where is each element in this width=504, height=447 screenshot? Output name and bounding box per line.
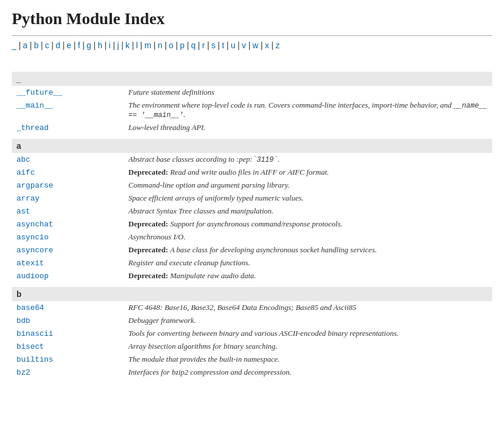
- module-index-table: _ __future__ Future statement definition…: [12, 67, 492, 379]
- module-desc-cell: Space efficient arrays of uniformly type…: [124, 192, 492, 205]
- module-link-asyncore[interactable]: asyncore: [16, 246, 53, 255]
- table-row: audioop Deprecated: Manipulate raw audio…: [12, 269, 492, 282]
- module-desc-cell: Debugger framework.: [124, 314, 492, 327]
- table-row: bdb Debugger framework.: [12, 314, 492, 327]
- module-name-cell: base64: [12, 301, 124, 314]
- table-row: asynchat Deprecated: Support for asynchr…: [12, 218, 492, 231]
- nav-link-v[interactable]: v: [242, 41, 246, 50]
- module-name-cell: __main__: [12, 99, 124, 121]
- table-row: bisect Array bisection algorithms for bi…: [12, 340, 492, 353]
- nav-link-w[interactable]: w: [253, 41, 258, 50]
- section-header-a: a: [12, 139, 492, 153]
- module-link-builtins[interactable]: builtins: [16, 355, 53, 364]
- module-name-cell: builtins: [12, 353, 124, 366]
- module-desc-cell: RFC 4648: Base16, Base32, Base64 Data En…: [124, 301, 492, 314]
- nav-link-o[interactable]: o: [169, 41, 174, 50]
- module-name-cell: asyncio: [12, 231, 124, 243]
- module-name-cell: asyncore: [12, 243, 124, 256]
- nav-link-h[interactable]: h: [98, 41, 102, 50]
- nav-link-underscore[interactable]: _: [12, 41, 16, 50]
- nav-link-z[interactable]: z: [276, 41, 280, 50]
- module-name-cell: audioop: [12, 269, 124, 282]
- module-name-cell: aifc: [12, 166, 124, 179]
- module-link-argparse[interactable]: argparse: [16, 181, 53, 190]
- module-name-cell: bisect: [12, 340, 124, 353]
- module-desc-cell: The environment where top-level code is …: [124, 99, 492, 121]
- nav-link-e[interactable]: e: [67, 41, 71, 50]
- module-name-cell: ast: [12, 205, 124, 218]
- module-link-atexit[interactable]: atexit: [16, 259, 44, 268]
- table-row: __main__ The environment where top-level…: [12, 99, 492, 121]
- nav-link-g[interactable]: g: [87, 41, 91, 50]
- section-header-b: b: [12, 287, 492, 301]
- module-name-cell: bdb: [12, 314, 124, 327]
- nav-link-s[interactable]: s: [211, 41, 215, 50]
- table-row: atexit Register and execute cleanup func…: [12, 256, 492, 269]
- module-link-asyncio[interactable]: asyncio: [16, 233, 49, 242]
- module-link-base64[interactable]: base64: [16, 303, 44, 312]
- module-name-cell: binascii: [12, 327, 124, 340]
- table-row: binascii Tools for converting between bi…: [12, 327, 492, 340]
- section-label-underscore: _: [12, 72, 492, 86]
- module-desc-cell: Abstract Syntax Tree classes and manipul…: [124, 205, 492, 218]
- module-link-ast[interactable]: ast: [16, 207, 30, 216]
- module-name-cell: array: [12, 192, 124, 205]
- module-link-array[interactable]: array: [16, 194, 39, 203]
- module-link-audioop[interactable]: audioop: [16, 272, 49, 281]
- alphabet-navigation: _ | a | b | c | d | e | f | g | h | i | …: [12, 35, 492, 55]
- nav-link-n[interactable]: n: [158, 41, 163, 50]
- module-link-binascii[interactable]: binascii: [16, 329, 53, 338]
- module-link-asynchat[interactable]: asynchat: [16, 220, 53, 229]
- module-link-aifc[interactable]: aifc: [16, 168, 35, 177]
- module-desc-cell: Deprecated: A base class for developing …: [124, 243, 492, 256]
- module-link-bdb[interactable]: bdb: [16, 316, 30, 325]
- module-name-cell: __future__: [12, 86, 124, 99]
- module-desc-cell: Command-line option and argument parsing…: [124, 179, 492, 192]
- module-name-cell: argparse: [12, 179, 124, 192]
- module-desc-cell: The module that provides the built-in na…: [124, 353, 492, 366]
- module-desc-cell: Deprecated: Read and write audio files i…: [124, 166, 492, 179]
- module-desc-cell: Deprecated: Support for asynchronous com…: [124, 218, 492, 231]
- module-desc-cell: Asynchronous I/O.: [124, 231, 492, 243]
- nav-link-k[interactable]: k: [125, 41, 130, 50]
- module-link-bz2[interactable]: bz2: [16, 368, 30, 377]
- table-row: _thread Low-level threading API.: [12, 121, 492, 134]
- module-desc-cell: Deprecated: Manipulate raw audio data.: [124, 269, 492, 282]
- module-link-thread[interactable]: _thread: [16, 124, 49, 132]
- module-desc-cell: Low-level threading API.: [124, 121, 492, 134]
- table-row: base64 RFC 4648: Base16, Base32, Base64 …: [12, 301, 492, 314]
- table-row: __future__ Future statement definitions: [12, 86, 492, 99]
- module-link-bisect[interactable]: bisect: [16, 342, 44, 351]
- table-row: aifc Deprecated: Read and write audio fi…: [12, 166, 492, 179]
- table-row: asyncio Asynchronous I/O.: [12, 231, 492, 243]
- module-name-cell: abc: [12, 153, 124, 166]
- module-desc-cell: Register and execute cleanup functions.: [124, 256, 492, 269]
- module-name-cell: asynchat: [12, 218, 124, 231]
- section-label-a: a: [12, 139, 492, 153]
- nav-link-x[interactable]: x: [265, 41, 269, 50]
- nav-link-a[interactable]: a: [23, 41, 28, 50]
- table-row: argparse Command-line option and argumen…: [12, 179, 492, 192]
- table-row: ast Abstract Syntax Tree classes and man…: [12, 205, 492, 218]
- module-name-cell: _thread: [12, 121, 124, 134]
- module-name-cell: atexit: [12, 256, 124, 269]
- module-link-future[interactable]: __future__: [16, 88, 62, 97]
- module-link-abc[interactable]: abc: [16, 155, 30, 164]
- module-desc-cell: Abstract base classes according to :pep:…: [124, 153, 492, 166]
- table-row: asyncore Deprecated: A base class for de…: [12, 243, 492, 256]
- nav-link-u[interactable]: u: [231, 41, 236, 50]
- nav-link-m[interactable]: m: [144, 41, 151, 50]
- page-title: Python Module Index: [12, 9, 492, 28]
- section-header-underscore: _: [12, 72, 492, 86]
- module-desc-cell: Interfaces for bzip2 compression and dec…: [124, 366, 492, 379]
- table-row: builtins The module that provides the bu…: [12, 353, 492, 366]
- module-desc-cell: Tools for converting between binary and …: [124, 327, 492, 340]
- table-row: bz2 Interfaces for bzip2 compression and…: [12, 366, 492, 379]
- module-desc-cell: Array bisection algorithms for binary se…: [124, 340, 492, 353]
- table-row: array Space efficient arrays of uniforml…: [12, 192, 492, 205]
- table-row: abc Abstract base classes according to :…: [12, 153, 492, 166]
- module-name-cell: bz2: [12, 366, 124, 379]
- module-link-main[interactable]: __main__: [16, 101, 53, 110]
- section-label-b: b: [12, 287, 492, 301]
- module-desc-cell: Future statement definitions: [124, 86, 492, 99]
